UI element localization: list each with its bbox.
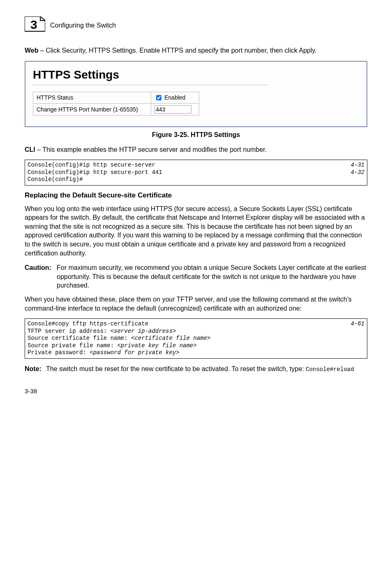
port-number-label: Change HTTPS Port Number (1-65535) — [33, 103, 151, 115]
code-text: Private password: < — [28, 349, 93, 356]
https-status-cell: Enabled — [151, 92, 199, 103]
cli-lead: CLI — [25, 146, 35, 153]
table-row: HTTPS Status Enabled — [33, 92, 199, 103]
code-cmd: Console(config)#ip http secure-server — [28, 162, 155, 169]
breadcrumb: Configuring the Switch — [50, 22, 116, 29]
code-arg: server ip-address — [114, 328, 173, 334]
cli-intro-paragraph: CLI – This example enables the HTTP secu… — [25, 145, 367, 154]
caution-block: Caution: For maximum security, we recomm… — [25, 263, 367, 290]
panel-divider — [33, 85, 268, 85]
port-number-cell — [151, 103, 199, 115]
code-text: > — [193, 342, 196, 349]
code-text: Source private file name: < — [28, 342, 121, 349]
https-status-label: HTTPS Status — [33, 92, 151, 103]
code-ref: 4-32 — [350, 169, 364, 176]
figure-caption: Figure 3-25. HTTPS Settings — [25, 131, 367, 139]
chapter-number: 3 — [30, 18, 37, 31]
note-lead: Note: — [25, 364, 46, 374]
caution-lead: Caution: — [25, 263, 57, 290]
note-code: Console#reload — [306, 366, 354, 373]
subheading: Replacing the Default Secure-site Certif… — [25, 191, 367, 200]
port-number-input[interactable] — [154, 105, 191, 114]
cli-sep: – — [35, 146, 43, 153]
code-block-1: Console(config)#ip http secure-server4-3… — [25, 160, 367, 186]
code-ref: 4-31 — [350, 162, 364, 169]
settings-table: HTTPS Status Enabled Change HTTPS Port N… — [33, 92, 199, 116]
code-cmd: Console#copy tftp https-certificate — [28, 320, 148, 328]
page-header: 3 Configuring the Switch — [25, 16, 367, 35]
code-text: > — [176, 349, 179, 356]
code-text: > — [173, 328, 176, 334]
https-enabled-checkbox[interactable] — [156, 95, 161, 100]
web-lead: Web — [25, 47, 38, 54]
https-enabled-label: Enabled — [164, 94, 185, 101]
chapter-tab-icon: 3 — [25, 16, 45, 35]
code-cmd: Console(config)# — [28, 176, 83, 183]
code-arg: private key file name — [121, 342, 193, 349]
code-ref: 4-61 — [350, 320, 364, 328]
https-settings-panel: HTTPS Settings HTTPS Status Enabled Chan… — [25, 61, 367, 127]
note-text: The switch must be reset for the new cer… — [46, 365, 306, 372]
code-cmd: Console(config)#ip http secure-port 441 — [28, 169, 162, 176]
code-arg: certificate file name — [134, 335, 207, 341]
panel-title: HTTPS Settings — [33, 68, 359, 81]
table-row: Change HTTPS Port Number (1-65535) — [33, 103, 199, 115]
code-text: Source certificate file name: < — [28, 335, 134, 341]
web-text: Click Security, HTTPS Settings. Enable H… — [46, 47, 316, 54]
code-arg: password for private key — [93, 349, 176, 356]
paragraph-2: When you have obtained these, place them… — [25, 295, 367, 313]
note-block: Note: The switch must be reset for the n… — [25, 364, 367, 374]
page-number: 3-38 — [25, 388, 367, 395]
code-text: TFTP server ip address: < — [28, 328, 114, 334]
note-body: The switch must be reset for the new cer… — [46, 364, 367, 374]
code-block-2: Console#copy tftp https-certificate4-61T… — [25, 318, 367, 359]
cli-text: This example enables the HTTP secure ser… — [42, 146, 267, 153]
caution-text: For maximum security, we recommend you o… — [57, 263, 367, 290]
code-text: > — [207, 335, 210, 341]
web-sep: – — [38, 47, 46, 54]
web-intro-paragraph: Web – Click Security, HTTPS Settings. En… — [25, 46, 367, 55]
paragraph-1: When you log onto the web interface usin… — [25, 204, 367, 258]
